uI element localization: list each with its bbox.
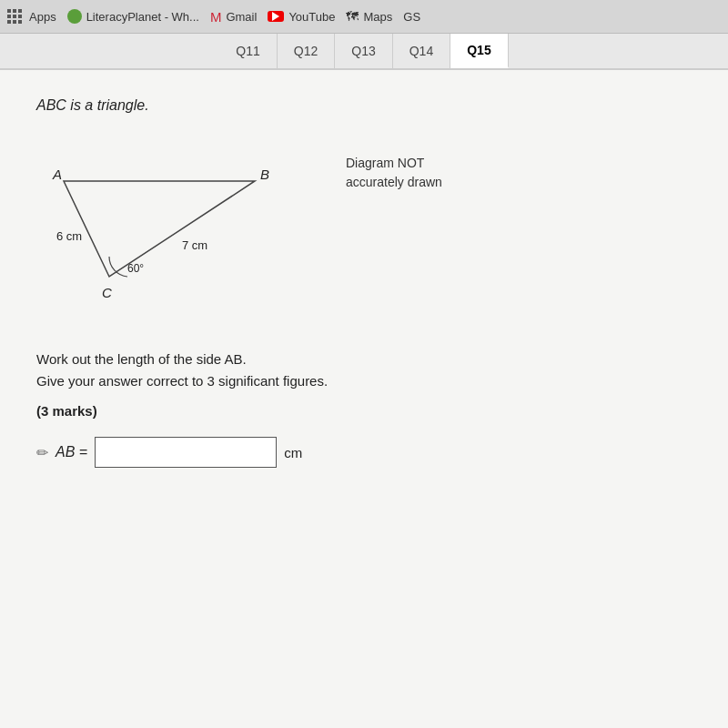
gmail-icon: M: [210, 9, 222, 25]
apps-tab[interactable]: Apps: [7, 9, 56, 24]
side-ac-label: 6 cm: [56, 229, 82, 243]
literacy-planet-label: LiteracyPlanet - Wh...: [86, 10, 199, 24]
tab-q12[interactable]: Q12: [278, 34, 335, 68]
ab-answer-input[interactable]: [95, 437, 277, 468]
tab-q14[interactable]: Q14: [393, 34, 450, 68]
main-content: ABC is a triangle. A B C 6 cm 7 cm 60°: [0, 70, 728, 728]
unit-label: cm: [284, 445, 302, 460]
question-tabs-bar: Q11 Q12 Q13 Q14 Q15: [0, 34, 728, 70]
diagram-container: A B C 6 cm 7 cm 60° Diagram NOT accurate…: [36, 136, 692, 321]
browser-bar: Apps LiteracyPlanet - Wh... M Gmail YouT…: [0, 0, 728, 34]
apps-label: Apps: [29, 10, 56, 24]
vertex-b-label: B: [260, 167, 269, 182]
maps-icon: 🗺: [346, 9, 359, 24]
youtube-icon: [268, 11, 284, 22]
angle-c-label: 60°: [127, 262, 144, 275]
youtube-tab[interactable]: YouTube: [268, 10, 335, 24]
gs-label: GS: [403, 10, 420, 24]
answer-row: ✏ AB = cm: [36, 437, 692, 468]
marks-label: (3 marks): [36, 403, 692, 419]
diagram-note: Diagram NOT accurately drawn: [346, 154, 442, 192]
green-circle-icon: [67, 9, 82, 24]
svg-marker-0: [64, 181, 255, 277]
gs-tab[interactable]: GS: [403, 10, 420, 24]
youtube-label: YouTube: [288, 10, 335, 24]
maps-label: Maps: [363, 10, 392, 24]
triangle-diagram: A B C 6 cm 7 cm 60°: [36, 136, 291, 321]
side-bc-label: 7 cm: [182, 238, 207, 252]
gmail-tab[interactable]: M Gmail: [210, 9, 257, 25]
triangle-svg: A B C 6 cm 7 cm 60°: [36, 136, 291, 318]
vertex-a-label: A: [52, 167, 62, 182]
apps-grid-icon: [7, 9, 22, 24]
question-intro: ABC is a triangle.: [36, 97, 692, 114]
pencil-icon: ✏: [36, 444, 48, 461]
tab-q11[interactable]: Q11: [219, 34, 277, 68]
literacy-planet-tab[interactable]: LiteracyPlanet - Wh...: [67, 9, 199, 24]
answer-label: AB =: [56, 444, 87, 460]
vertex-c-label: C: [102, 285, 112, 300]
instruction-line1: Work out the length of the side AB. Give…: [36, 349, 692, 392]
gmail-label: Gmail: [226, 10, 257, 24]
tab-q15[interactable]: Q15: [450, 34, 508, 68]
maps-tab[interactable]: 🗺 Maps: [346, 9, 392, 24]
tab-q13[interactable]: Q13: [335, 34, 392, 68]
